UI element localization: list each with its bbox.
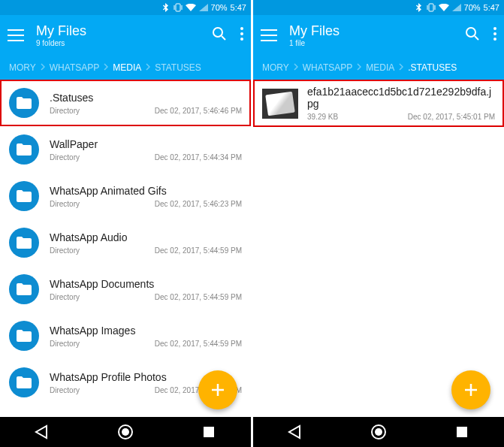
svg-point-1: [213, 28, 222, 37]
folder-icon: [9, 134, 39, 165]
chevron-right-icon: [146, 62, 150, 73]
overflow-icon[interactable]: [240, 27, 243, 44]
item-type: Directory: [50, 107, 80, 115]
file-thumbnail: [262, 89, 298, 119]
svg-rect-15: [457, 427, 467, 437]
nav-bar: [0, 417, 251, 447]
recent-icon[interactable]: [453, 423, 471, 441]
wifi-icon: [439, 4, 449, 11]
svg-point-14: [375, 428, 382, 436]
fab-add[interactable]: [198, 370, 237, 409]
list-item[interactable]: WhatsApp DocumentsDirectoryDec 02, 2017,…: [0, 266, 251, 313]
signal-icon: [199, 4, 208, 11]
item-type: Directory: [50, 200, 80, 208]
chevron-right-icon: [357, 62, 361, 73]
list-item[interactable]: WhatsApp AudioDirectoryDec 02, 2017, 5:4…: [0, 219, 251, 266]
app-bar: My Files 1 file: [253, 15, 504, 56]
chevron-right-icon: [104, 62, 108, 73]
bluetooth-icon: [416, 3, 424, 12]
breadcrumb-item[interactable]: STATUSES: [150, 62, 206, 73]
list-item[interactable]: WallPaperDirectoryDec 02, 2017, 5:44:34 …: [0, 126, 251, 173]
folder-icon: [9, 367, 39, 397]
item-date: Dec 02, 2017, 5:44:59 PM: [155, 246, 242, 255]
breadcrumb-item[interactable]: WHATSAPP: [298, 62, 357, 73]
nav-bar: [253, 417, 504, 447]
bluetooth-icon: [163, 3, 171, 12]
clock: 5:47: [484, 3, 499, 12]
item-type: Directory: [50, 293, 80, 301]
breadcrumbs: MORYWHATSAPPMEDIASTATUSES: [0, 56, 251, 80]
svg-point-9: [466, 28, 475, 37]
app-title: My Files: [289, 23, 465, 39]
list-item[interactable]: WhatsApp ImagesDirectoryDec 02, 2017, 5:…: [0, 313, 251, 359]
item-type: Directory: [50, 246, 80, 255]
breadcrumb-item[interactable]: MORY: [5, 62, 41, 73]
list-item[interactable]: efa1b21aacecc1d5bc1d721e292b9dfa.jpg39.2…: [253, 80, 504, 127]
list-item[interactable]: .StatusesDirectoryDec 02, 2017, 5:46:46 …: [0, 80, 251, 126]
home-icon[interactable]: [116, 423, 134, 441]
item-title: WhatsApp Documents: [50, 278, 242, 290]
item-type: Directory: [50, 386, 80, 394]
back-icon[interactable]: [286, 423, 304, 441]
folder-icon: [9, 321, 39, 351]
item-date: Dec 02, 2017, 5:46:46 PM: [155, 107, 242, 115]
breadcrumb-item[interactable]: MORY: [258, 62, 294, 73]
phone-right: 70% 5:47 My Files 1 file MORYWHATSAPPMED…: [253, 0, 504, 447]
breadcrumb-item[interactable]: MEDIA: [361, 62, 399, 73]
back-icon[interactable]: [33, 423, 51, 441]
chevron-right-icon: [41, 62, 45, 73]
item-date: Dec 02, 2017, 5:44:59 PM: [155, 340, 242, 348]
item-title: WallPaper: [50, 138, 242, 150]
home-icon[interactable]: [370, 423, 388, 441]
status-bar: 70% 5:47: [253, 0, 504, 15]
menu-icon[interactable]: [8, 29, 24, 41]
item-date: Dec 02, 2017, 5:44:34 PM: [155, 153, 242, 162]
svg-point-12: [493, 38, 496, 41]
item-title: WhatsApp Animated Gifs: [50, 185, 242, 197]
battery-percent: 70%: [464, 3, 481, 12]
vibrate-icon: [427, 3, 436, 12]
svg-point-3: [240, 32, 243, 35]
wifi-icon: [186, 4, 196, 11]
item-title: WhatsApp Audio: [50, 231, 242, 243]
breadcrumb-item[interactable]: WHATSAPP: [45, 62, 104, 73]
chevron-right-icon: [399, 62, 403, 73]
recent-icon[interactable]: [200, 423, 218, 441]
svg-rect-7: [204, 427, 214, 437]
item-title: .Statuses: [50, 92, 242, 104]
battery-percent: 70%: [211, 3, 228, 12]
folder-icon: [9, 181, 39, 211]
item-title: WhatsApp Images: [50, 325, 242, 337]
phone-left: 70% 5:47 My Files 9 folders MORYWHATSAPP…: [0, 0, 251, 447]
search-icon[interactable]: [465, 26, 480, 44]
folder-icon: [9, 228, 39, 258]
clock: 5:47: [231, 3, 246, 12]
list-item[interactable]: WhatsApp Animated GifsDirectoryDec 02, 2…: [0, 173, 251, 219]
svg-point-10: [493, 27, 496, 30]
breadcrumb-item[interactable]: MEDIA: [108, 62, 146, 73]
app-subtitle: 1 file: [289, 39, 465, 47]
breadcrumbs: MORYWHATSAPPMEDIA.STATUSES: [253, 56, 504, 80]
chevron-right-icon: [294, 62, 298, 73]
svg-point-2: [240, 27, 243, 30]
svg-rect-0: [176, 4, 180, 11]
svg-point-11: [493, 32, 496, 35]
svg-point-4: [240, 38, 243, 41]
svg-rect-8: [429, 4, 433, 11]
file-list[interactable]: efa1b21aacecc1d5bc1d721e292b9dfa.jpg39.2…: [253, 80, 504, 417]
item-type: 39.29 KB: [307, 113, 338, 121]
search-icon[interactable]: [212, 26, 227, 44]
fab-add[interactable]: [451, 370, 490, 409]
item-date: Dec 02, 2017, 5:45:01 PM: [408, 113, 495, 121]
overflow-icon[interactable]: [493, 27, 496, 44]
signal-icon: [452, 4, 461, 11]
folder-icon: [9, 88, 39, 118]
menu-icon[interactable]: [261, 29, 277, 41]
app-bar: My Files 9 folders: [0, 15, 251, 56]
status-bar: 70% 5:47: [0, 0, 251, 15]
svg-point-6: [122, 428, 129, 436]
item-title: efa1b21aacecc1d5bc1d721e292b9dfa.jpg: [307, 86, 495, 110]
file-list[interactable]: .StatusesDirectoryDec 02, 2017, 5:46:46 …: [0, 80, 251, 417]
breadcrumb-item[interactable]: .STATUSES: [403, 62, 461, 73]
app-title: My Files: [36, 23, 212, 39]
